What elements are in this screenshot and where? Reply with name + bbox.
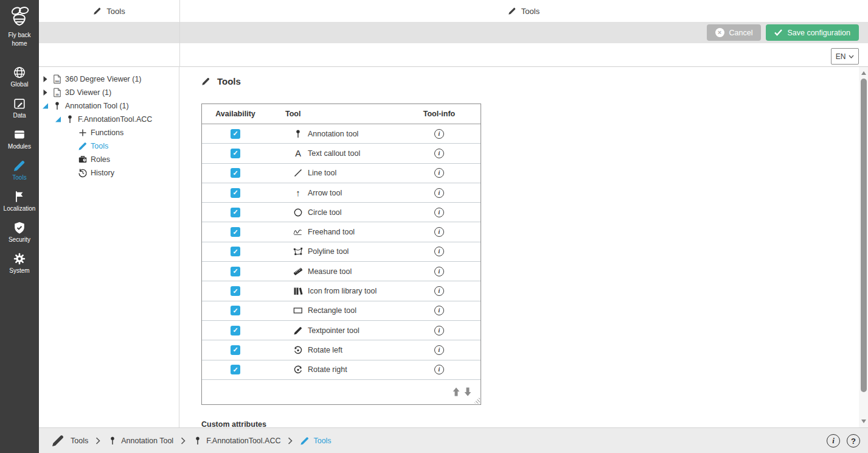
table-row: Icon from library tool: [202, 281, 481, 301]
tool-info-icon[interactable]: [434, 306, 444, 315]
tool-info-icon[interactable]: [434, 365, 444, 374]
bee-logo: [7, 5, 32, 27]
tool-info-icon[interactable]: [434, 188, 444, 198]
breadcrumb-item[interactable]: Tools: [280, 436, 331, 446]
tree-item[interactable]: F.AnnotationTool.ACC: [39, 113, 179, 126]
arrow-collapsed[interactable]: [43, 89, 51, 96]
measure-icon: [293, 267, 303, 276]
tool-info-icon[interactable]: [434, 149, 444, 158]
sidebar-item[interactable]: Data: [0, 93, 39, 123]
chevron-down-icon: [849, 55, 854, 58]
arrow-none[interactable]: [68, 129, 77, 136]
table-row: Rotate left: [202, 340, 481, 360]
table-row: Rectangle tool: [202, 301, 481, 321]
custom-attributes-heading: Custom attributes: [201, 420, 859, 427]
tool-info-icon[interactable]: [434, 129, 444, 139]
table-footer: [202, 380, 481, 404]
availability-checkbox[interactable]: [231, 168, 240, 178]
table-row: ↑ Arrow tool: [202, 183, 481, 203]
sidebar-item[interactable]: Localization: [0, 186, 39, 216]
availability-checkbox[interactable]: [231, 247, 240, 256]
table-row: Line tool: [202, 164, 481, 183]
table-row: Rotate right: [202, 360, 481, 380]
tool-info-icon[interactable]: [434, 286, 444, 296]
scrollbar-thumb[interactable]: [861, 79, 867, 392]
availability-checkbox[interactable]: [231, 345, 240, 355]
rectangle-icon: [293, 306, 303, 315]
tree-item[interactable]: 3D 3D Viewer (1): [39, 86, 179, 99]
text-callout-icon: A: [293, 149, 303, 158]
availability-checkbox[interactable]: [231, 208, 240, 217]
save-configuration-button[interactable]: Save configuration: [766, 24, 859, 41]
cancel-x-icon: [715, 28, 724, 37]
language-value: EN: [836, 52, 846, 61]
pencil-blue-icon: [300, 436, 310, 446]
info-icon[interactable]: [827, 434, 840, 448]
availability-checkbox[interactable]: [231, 286, 240, 296]
tool-info-icon[interactable]: [434, 227, 444, 237]
availability-checkbox[interactable]: [231, 129, 240, 139]
rotate-right-icon: [293, 365, 303, 374]
arrow-collapsed[interactable]: [43, 76, 51, 83]
pin-icon: [52, 101, 62, 111]
availability-checkbox[interactable]: [231, 306, 240, 315]
tree-item[interactable]: Tools: [39, 139, 179, 153]
arrow-up-bold-icon[interactable]: [452, 387, 460, 396]
sidebar-item[interactable]: Tools: [0, 155, 39, 185]
main-panel-title: Tools: [179, 0, 868, 22]
tool-info-icon[interactable]: [434, 345, 444, 355]
breadcrumb-item[interactable]: Tools: [51, 434, 88, 448]
line-icon: [293, 168, 303, 178]
scroll-down-button[interactable]: [859, 416, 868, 426]
scroll-up-button[interactable]: [859, 68, 868, 78]
sub-header: EN: [39, 43, 868, 67]
tree-item[interactable]: Functions: [39, 126, 179, 139]
language-selector[interactable]: EN: [831, 48, 859, 65]
breadcrumb-item[interactable]: Annotation Tool: [88, 436, 173, 446]
arrow-none[interactable]: [68, 169, 77, 177]
tree-item[interactable]: Roles: [39, 153, 179, 166]
chevron-right-icon: [288, 437, 293, 444]
sidebar-item[interactable]: Modules: [0, 124, 39, 154]
tool-info-icon[interactable]: [434, 326, 444, 335]
arrow-expanded[interactable]: [43, 102, 51, 110]
availability-checkbox[interactable]: [231, 188, 240, 198]
system-icon: [13, 252, 26, 265]
home-logo[interactable]: Fly back home: [0, 0, 39, 47]
main-panel-title-label: Tools: [521, 7, 540, 16]
help-icon[interactable]: [847, 434, 860, 448]
sidebar-item[interactable]: System: [0, 248, 39, 278]
arrow-none[interactable]: [68, 142, 77, 150]
tool-info-icon[interactable]: [434, 247, 444, 256]
availability-checkbox[interactable]: [231, 267, 240, 276]
cancel-button[interactable]: Cancel: [707, 24, 762, 41]
table-row: Freehand tool: [202, 222, 481, 242]
tool-info-icon[interactable]: [434, 267, 444, 276]
tree-item[interactable]: History: [39, 166, 179, 180]
availability-checkbox[interactable]: [231, 149, 240, 158]
arrow-up-icon: ↑: [293, 188, 303, 198]
breadcrumb-item[interactable]: F.AnnotationTool.ACC: [173, 436, 280, 446]
main-content: Tools Availability Tool Tool-info Annota…: [180, 67, 859, 427]
arrow-expanded[interactable]: [55, 116, 64, 123]
svg-text:360: 360: [55, 80, 60, 83]
tree-item[interactable]: Annotation Tool (1): [39, 99, 179, 113]
pin-icon: [108, 436, 117, 446]
roles-icon: [78, 155, 88, 164]
arrow-down-bold-icon[interactable]: [464, 387, 472, 396]
table-header: Availability Tool Tool-info: [202, 104, 481, 124]
rotate-left-icon: [293, 345, 303, 355]
tool-info-icon[interactable]: [434, 208, 444, 217]
vertical-scrollbar[interactable]: [859, 67, 868, 427]
availability-checkbox[interactable]: [231, 227, 240, 237]
arrow-none[interactable]: [68, 156, 77, 163]
pin-icon: [65, 114, 75, 124]
header-divider: [179, 0, 180, 67]
tool-info-icon[interactable]: [434, 168, 444, 178]
tree-item[interactable]: 360 360 Degree Viewer (1): [39, 72, 179, 86]
availability-checkbox[interactable]: [231, 365, 240, 374]
availability-checkbox[interactable]: [231, 326, 240, 335]
cancel-button-label: Cancel: [729, 29, 753, 37]
sidebar-item[interactable]: Global: [0, 61, 39, 92]
sidebar-item[interactable]: Security: [0, 217, 39, 247]
